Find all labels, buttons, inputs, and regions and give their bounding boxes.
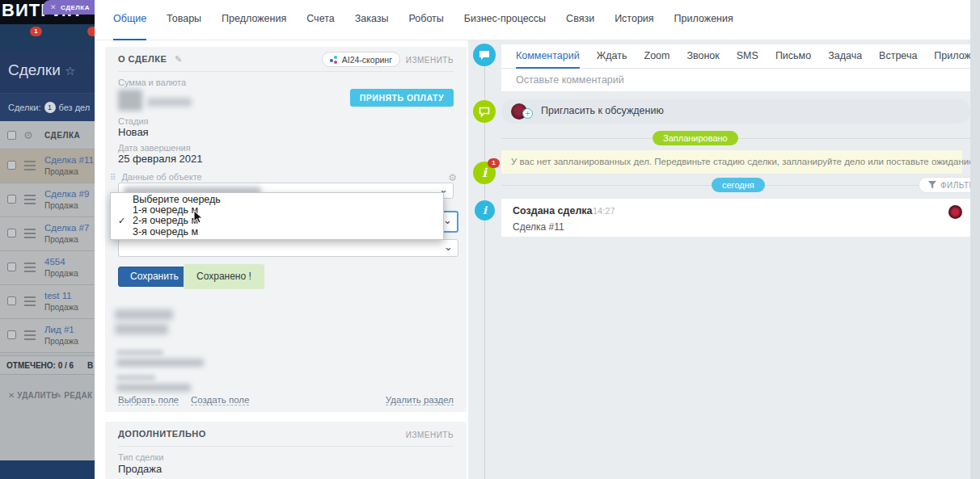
timeline-event-card[interactable]: Создана сделка 14:27 Сделка #11 xyxy=(501,199,970,237)
table-row[interactable]: Сделка #7 Продажа xyxy=(0,217,95,251)
row-checkbox[interactable] xyxy=(7,330,16,339)
close-icon[interactable]: ✕ xyxy=(50,3,57,11)
top-bar: ВИТРИН ✕ СДЕЛКА xyxy=(0,0,95,24)
drag-handle-icon[interactable]: ⠿ xyxy=(110,173,116,182)
table-row[interactable]: test 11 Продажа xyxy=(0,285,95,319)
accept-payment-button[interactable]: ПРИНЯТЬ ОПЛАТУ xyxy=(350,89,454,107)
tab-biznes-processy[interactable]: Бизнес-процессы xyxy=(464,0,546,40)
row-checkbox[interactable] xyxy=(7,229,16,237)
row-checkbox[interactable] xyxy=(7,161,16,170)
deal-link[interactable]: Сделка #7 xyxy=(44,223,89,233)
menu-icon[interactable] xyxy=(24,263,36,275)
section-title: ДОПОЛНИТЕЛЬНО xyxy=(118,429,206,439)
create-field-link[interactable]: Создать поле xyxy=(191,395,249,405)
total-label: В xyxy=(87,361,93,370)
deal-link[interactable]: test 11 xyxy=(44,291,72,300)
pencil-icon[interactable]: ✎ xyxy=(175,54,183,64)
crm-nav: Лиды 1 Сделки xyxy=(0,24,95,50)
tl-tab-call[interactable]: Звонок xyxy=(686,44,719,69)
timeline-tabs: Комментарий Ждать Zoom Звонок SMS Письмо… xyxy=(501,44,970,69)
delete-icon: ✕ xyxy=(8,391,15,400)
select-all-checkbox[interactable] xyxy=(7,131,16,140)
additional-card: ДОПОЛНИТЕЛЬНО ИЗМЕНИТЬ Тип сделки Продаж… xyxy=(105,422,467,479)
object-data-row: ⠿ Данные об объекте ⚙ xyxy=(110,172,457,182)
menu-icon[interactable] xyxy=(24,195,36,207)
object-select-3[interactable]: ⌄ xyxy=(118,239,458,257)
tab-zakazy[interactable]: Заказы xyxy=(355,0,389,40)
deal-browser-tab[interactable]: ✕ СДЕЛКА xyxy=(43,0,95,15)
tab-scheta[interactable]: Счета xyxy=(306,0,334,40)
table-row[interactable]: Сделка #11 Продажа xyxy=(0,149,95,183)
tl-tab-sms[interactable]: SMS xyxy=(737,44,758,69)
tab-svyazi[interactable]: Связи xyxy=(566,0,594,40)
deal-link[interactable]: 4554 xyxy=(44,257,65,267)
ai-scoring-icon xyxy=(330,56,338,64)
tab-predlozheniya[interactable]: Предложения xyxy=(222,0,286,40)
column-header-deal[interactable]: СДЕЛКА xyxy=(44,131,80,140)
edit-section-link[interactable]: ИЗМЕНИТЬ xyxy=(406,56,454,65)
deal-type: Продажа xyxy=(44,303,78,312)
event-info-icon: i xyxy=(475,200,495,221)
table-row[interactable]: Сделка #9 Продажа xyxy=(0,183,95,217)
row-checkbox[interactable] xyxy=(7,195,16,204)
deal-link[interactable]: Лид #1 xyxy=(44,325,74,334)
row-checkbox[interactable] xyxy=(7,263,16,271)
tab-istoriya[interactable]: История xyxy=(615,0,653,40)
delete-button[interactable]: ✕ УДАЛИТЬ xyxy=(8,391,57,400)
divider xyxy=(118,446,454,447)
deal-type: Продажа xyxy=(44,269,78,278)
page-scroll-gutter[interactable] xyxy=(970,0,980,479)
gear-icon[interactable]: ⚙ xyxy=(23,129,33,141)
select-field-link[interactable]: Выбрать поле xyxy=(118,395,179,405)
delete-section-link[interactable]: Удалить раздел xyxy=(386,395,454,405)
gear-icon[interactable]: ⚙ xyxy=(448,172,457,183)
redacted-currency xyxy=(147,98,192,107)
menu-icon[interactable] xyxy=(24,161,36,173)
edit-button[interactable]: ✎ РЕДАК xyxy=(55,391,92,400)
row-checkbox[interactable] xyxy=(7,296,16,305)
sidebar-footer-bar xyxy=(0,460,95,479)
dropdown-option[interactable]: 3-я очередь м xyxy=(111,227,443,237)
tab-tovary[interactable]: Товары xyxy=(167,0,201,40)
event-body: Сделка #11 xyxy=(513,221,564,233)
tab-roboty[interactable]: Роботы xyxy=(409,0,444,40)
table-row[interactable]: Лид #1 Продажа xyxy=(0,319,95,353)
ai-scoring-button[interactable]: AI24-скоринг xyxy=(322,52,400,67)
chevron-down-icon: ⌄ xyxy=(443,217,452,224)
tl-tab-letter[interactable]: Письмо xyxy=(775,44,811,69)
counter-badge: 1 xyxy=(44,102,56,113)
redacted-field xyxy=(115,309,173,320)
redacted-value xyxy=(116,384,191,392)
tab-prilozheniya[interactable]: Приложения xyxy=(674,0,733,40)
menu-icon[interactable] xyxy=(24,296,36,309)
deal-tab-label: СДЕЛКА xyxy=(61,4,90,11)
stage-value[interactable]: Новая xyxy=(118,126,149,138)
object-data-label: Данные об объекте xyxy=(121,172,201,182)
tl-tab-wait[interactable]: Ждать xyxy=(597,44,627,69)
deal-type-value[interactable]: Продажа xyxy=(118,463,162,475)
deal-link[interactable]: Сделка #11 xyxy=(44,155,94,165)
invite-to-discussion[interactable]: + Пригласить к обсуждению xyxy=(501,99,970,124)
planned-empty-notice: У вас нет запланированных дел. Передвинь… xyxy=(501,150,962,174)
tl-tab-comment[interactable]: Комментарий xyxy=(516,44,580,69)
edit-section-link[interactable]: ИЗМЕНИТЬ xyxy=(406,431,454,439)
invite-label: Пригласить к обсуждению xyxy=(541,105,664,116)
tab-obschie[interactable]: Общие xyxy=(113,0,146,40)
tl-tab-zoom[interactable]: Zoom xyxy=(644,44,670,69)
tl-tab-task[interactable]: Задача xyxy=(828,44,862,69)
today-badge[interactable]: сегодня xyxy=(712,178,765,192)
page-title: Сделки xyxy=(8,61,61,78)
deals-badge xyxy=(87,27,95,36)
comment-input[interactable]: Оставьте комментарий xyxy=(501,69,970,91)
app-window: ВИТРИН ✕ СДЕЛКА Лиды 1 Сделки Сделки ☆ С… xyxy=(0,0,980,479)
deal-link[interactable]: Сделка #9 xyxy=(44,189,89,199)
tl-tab-meeting[interactable]: Встреча xyxy=(879,44,917,69)
saved-status-badge: Сохранено ! xyxy=(184,264,264,289)
star-icon[interactable]: ☆ xyxy=(65,64,75,78)
table-row[interactable]: 4554 Продажа xyxy=(0,251,95,285)
event-title: Создана сделка xyxy=(513,205,593,216)
date-value[interactable]: 25 февраля 2021 xyxy=(118,153,203,165)
menu-icon[interactable] xyxy=(24,330,36,342)
menu-icon[interactable] xyxy=(24,229,36,241)
save-button[interactable]: Сохранить xyxy=(118,267,191,287)
